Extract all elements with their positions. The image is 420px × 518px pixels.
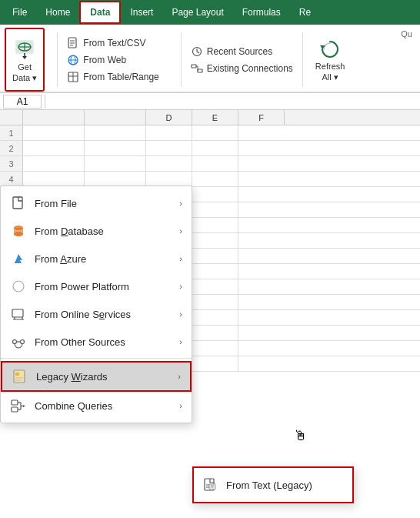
formula-bar-separator — [45, 95, 45, 109]
table-row: 2 — [0, 141, 420, 156]
combine-queries-icon — [10, 397, 27, 414]
refresh-all-button[interactable]: RefreshAll ▾ — [309, 28, 352, 92]
table-icon — [67, 71, 79, 83]
tab-file[interactable]: File — [3, 2, 36, 22]
tab-insert[interactable]: Insert — [121, 2, 162, 22]
menu-item-from-database[interactable]: From Database › — [1, 217, 192, 245]
existing-connections-button[interactable]: Existing Connections — [188, 61, 296, 76]
tab-data[interactable]: Data — [79, 1, 121, 24]
menu-from-other-sources-label: From Other Sources — [35, 336, 172, 348]
menu-from-online-services-label: From Online Services — [35, 309, 172, 320]
azure-icon — [10, 250, 27, 267]
legacy-wizards-chevron: › — [178, 372, 181, 381]
menu-legacy-wizards-label: Legacy Wizards — [36, 371, 170, 383]
formula-bar — [0, 93, 420, 110]
mouse-cursor: 🖱 — [294, 428, 308, 444]
menu-from-power-platform-label: From Power Platform — [35, 281, 172, 292]
svg-rect-19 — [192, 65, 196, 68]
queries-label: Qu — [401, 29, 412, 38]
dropdown-menu: From File › From Database › From Azure — [0, 185, 192, 423]
svg-point-32 — [21, 340, 25, 344]
get-data-button[interactable]: GetData ▾ — [5, 28, 45, 92]
col-header-f: F — [238, 110, 285, 125]
svg-point-31 — [13, 340, 17, 344]
menu-item-from-file[interactable]: From File › — [1, 189, 192, 217]
menu-from-azure-label: From Azure — [35, 253, 172, 265]
from-database-chevron: › — [179, 226, 182, 236]
menu-item-legacy-wizards[interactable]: Legacy Wizards › — [1, 361, 192, 392]
table-row: 1 — [0, 125, 420, 141]
menu-item-from-azure[interactable]: From Azure › — [1, 245, 192, 272]
ribbon-col-1: From Text/CSV From Web From Table/Range — [64, 28, 162, 92]
from-table-range-label: From Table/Range — [83, 72, 159, 82]
divider-2 — [181, 32, 182, 87]
svg-marker-5 — [22, 56, 27, 59]
menu-from-file-label: From File — [35, 198, 172, 209]
svg-rect-30 — [12, 309, 23, 317]
tab-home[interactable]: Home — [36, 2, 79, 22]
from-table-range-button[interactable]: From Table/Range — [64, 69, 162, 85]
file-legacy-icon — [203, 477, 218, 493]
menu-item-from-online-services[interactable]: From Online Services › — [1, 300, 192, 328]
from-online-services-chevron: › — [179, 309, 182, 319]
svg-line-18 — [197, 52, 199, 53]
power-platform-icon — [10, 278, 27, 295]
refresh-all-label: RefreshAll ▾ — [315, 62, 345, 82]
from-text-legacy-label: From Text (Legacy) — [226, 480, 312, 491]
menu-item-from-power-platform[interactable]: From Power Platform › — [1, 272, 192, 300]
col-header-e: E — [192, 110, 238, 125]
col-header-a — [23, 110, 85, 125]
file-icon — [10, 195, 27, 212]
from-power-platform-chevron: › — [179, 282, 182, 291]
database-icon — [10, 222, 27, 239]
submenu-legacy-wizards: From Text (Legacy) — [192, 466, 354, 503]
svg-point-29 — [13, 281, 24, 292]
legacy-icon — [12, 368, 28, 385]
online-services-icon — [10, 306, 27, 322]
divider-1 — [57, 32, 58, 87]
row-header-spacer — [0, 110, 23, 125]
other-sources-icon — [10, 333, 27, 350]
dropdown-menu-overlay: From File › From Database › From Azure — [0, 185, 192, 423]
svg-rect-38 — [12, 400, 18, 405]
col-header-d: D — [146, 110, 192, 125]
tab-bar: File Home Data Insert Page Layout Formul… — [0, 0, 420, 25]
from-web-button[interactable]: From Web — [64, 52, 162, 68]
divider-3 — [302, 32, 303, 87]
svg-marker-44 — [23, 405, 25, 407]
existing-connections-label: Existing Connections — [207, 63, 293, 74]
from-text-csv-button[interactable]: From Text/CSV — [64, 35, 162, 51]
svg-point-26 — [14, 232, 23, 236]
from-azure-chevron: › — [179, 254, 182, 263]
tab-page-layout[interactable]: Page Layout — [162, 2, 232, 22]
connections-icon — [191, 62, 203, 75]
get-data-label: GetData ▾ — [12, 62, 37, 82]
svg-rect-34 — [14, 370, 25, 383]
menu-divider — [1, 358, 192, 359]
svg-rect-39 — [12, 407, 18, 412]
ribbon-content: GetData ▾ From Text/CSV From Web — [0, 25, 420, 92]
table-row: 4 — [0, 172, 420, 187]
text-csv-icon — [67, 37, 79, 49]
menu-combine-queries-label: Combine Queries — [35, 400, 172, 412]
from-web-label: From Web — [83, 55, 126, 65]
recent-sources-icon — [191, 45, 203, 58]
from-text-csv-label: From Text/CSV — [83, 38, 145, 48]
refresh-icon — [318, 37, 342, 62]
menu-item-from-other-sources[interactable]: From Other Sources › — [1, 328, 192, 356]
svg-rect-35 — [15, 373, 19, 376]
svg-rect-20 — [198, 69, 202, 72]
menu-from-database-label: From Database — [35, 226, 172, 237]
tab-re[interactable]: Re — [290, 2, 320, 22]
web-icon — [67, 54, 79, 66]
ribbon-col-2: Recent Sources Existing Connections — [188, 28, 296, 92]
svg-rect-24 — [13, 197, 22, 209]
tab-formulas[interactable]: Formulas — [233, 2, 290, 22]
column-headers: D E F — [0, 110, 420, 125]
svg-rect-48 — [209, 484, 215, 490]
col-header-b — [85, 110, 146, 125]
submenu-item-from-text-legacy[interactable]: From Text (Legacy) — [194, 471, 352, 499]
recent-sources-button[interactable]: Recent Sources — [188, 44, 296, 59]
name-box[interactable] — [3, 95, 42, 109]
menu-item-combine-queries[interactable]: Combine Queries › — [1, 392, 192, 419]
